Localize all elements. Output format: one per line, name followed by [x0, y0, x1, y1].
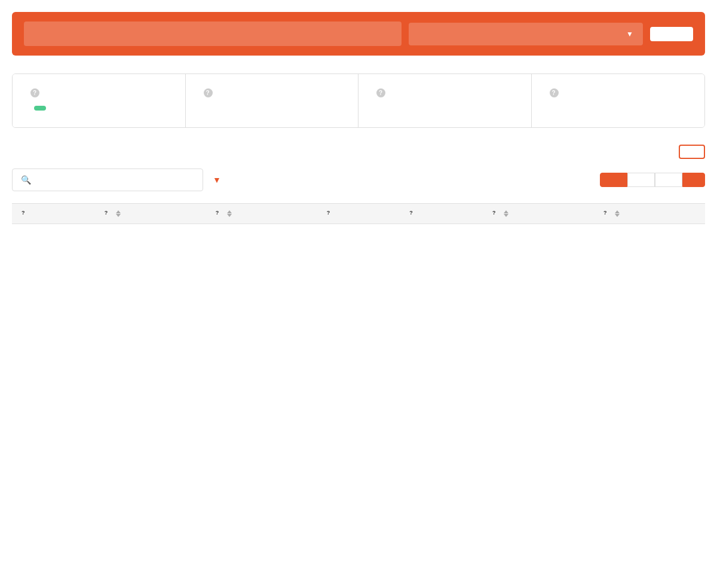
- info-icon-domain-score[interactable]: ?: [30, 88, 39, 97]
- tab-all-links[interactable]: [600, 173, 627, 187]
- info-icon-ps-col[interactable]: ?: [216, 210, 223, 218]
- info-icon-fs-col[interactable]: ?: [492, 210, 500, 218]
- col-header-domain-score: ?: [95, 204, 206, 224]
- info-icon-backlinks[interactable]: ?: [204, 88, 213, 97]
- chevron-down-icon: ▼: [213, 175, 221, 185]
- col-header-page-score: ?: [206, 204, 317, 224]
- tab-follow[interactable]: [627, 173, 655, 187]
- stat-card-domain-score: ?: [13, 74, 186, 127]
- one-link-per-domain-button[interactable]: [682, 173, 705, 187]
- sort-arrows-ds[interactable]: [116, 210, 121, 217]
- section-header: [12, 145, 705, 159]
- info-icon-ds-col[interactable]: ?: [105, 210, 112, 218]
- filter-row: 🔍 ▼: [12, 169, 705, 191]
- col-header-first-seen: ?: [483, 204, 594, 224]
- search-icon: 🔍: [21, 175, 31, 185]
- sort-arrows-fs[interactable]: [504, 210, 508, 217]
- search-input-wrapper: 🔍: [12, 169, 203, 191]
- stats-row: ? ? ?: [12, 74, 705, 128]
- search-type-dropdown[interactable]: ▼: [409, 23, 643, 45]
- col-header-last-seen: ?: [594, 204, 705, 224]
- amazing-badge: [34, 106, 46, 111]
- backlinks-table: ? ? ?: [12, 203, 705, 224]
- stat-card-organic-traffic: ?: [532, 74, 705, 127]
- tab-no-follow[interactable]: [655, 173, 682, 187]
- col-header-anchor-text: ?: [400, 204, 483, 224]
- sort-arrows-ps[interactable]: [227, 210, 232, 217]
- info-icon-referring-domains[interactable]: ?: [376, 88, 385, 97]
- search-bar: ▼: [12, 12, 705, 56]
- stat-label-backlinks: ?: [200, 88, 344, 97]
- domain-input[interactable]: [24, 22, 402, 46]
- chevron-down-icon: ▼: [626, 30, 633, 38]
- stat-card-backlinks: ?: [186, 74, 359, 127]
- stat-label-organic-traffic: ?: [546, 88, 691, 97]
- info-icon-at-col[interactable]: ?: [409, 210, 417, 218]
- info-icon-lt-col[interactable]: ?: [327, 210, 335, 218]
- sort-arrows-ls[interactable]: [615, 210, 620, 217]
- info-icon-ls-col[interactable]: ?: [603, 210, 611, 218]
- col-header-source: ?: [12, 204, 95, 224]
- advanced-filters-button[interactable]: ▼: [210, 175, 221, 185]
- col-header-link-type: ?: [317, 204, 400, 224]
- filter-search-input[interactable]: [36, 175, 194, 185]
- filter-tabs: [600, 173, 705, 187]
- info-icon-source-col[interactable]: ?: [22, 210, 29, 218]
- search-button[interactable]: [650, 27, 693, 41]
- export-csv-button[interactable]: [679, 145, 705, 159]
- info-icon-organic-traffic[interactable]: ?: [550, 88, 559, 97]
- stat-card-referring-domains: ?: [358, 74, 532, 127]
- stat-label-domain-score: ?: [27, 88, 171, 97]
- stat-label-referring-domains: ?: [373, 88, 517, 97]
- stat-value-domain-score: [27, 106, 171, 111]
